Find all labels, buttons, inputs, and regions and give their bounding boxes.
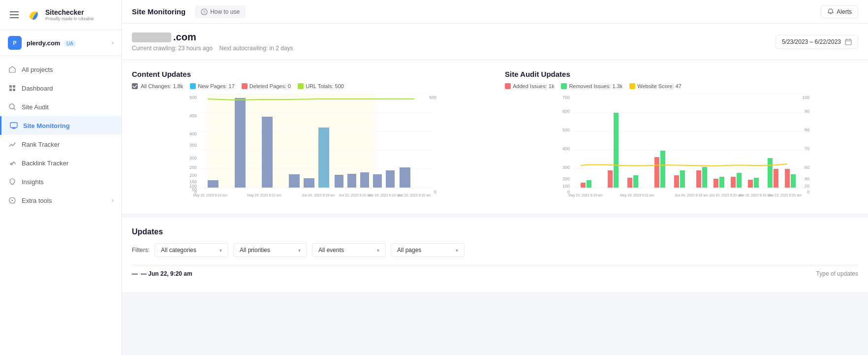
- svg-text:Jun 22, 2023 9:20 am: Jun 22, 2023 9:20 am: [398, 194, 431, 197]
- site-info: .com Current crawling: 23 hours ago Next…: [132, 32, 293, 52]
- svg-text:350: 350: [189, 143, 197, 148]
- sidebar-item-label: Insights: [22, 178, 44, 186]
- site-audit-chart-svg: 700 600 500 400 300 200 100 0 100 90 80 …: [505, 94, 858, 202]
- site-audit-updates-chart: Site Audit Updates Added Issues: 1k Remo…: [505, 70, 858, 204]
- legend-label: Added Issues: 1k: [513, 83, 554, 89]
- sidebar-item-rank-tracker[interactable]: Rank Tracker: [0, 135, 122, 154]
- filters-label: Filters:: [132, 247, 150, 254]
- svg-text:500: 500: [429, 95, 436, 100]
- charts-section: Content Updates All Changes: 1.8k New Pa…: [122, 60, 868, 214]
- svg-rect-77: [627, 178, 632, 188]
- legend-label: All Changes: 1.8k: [141, 83, 183, 89]
- svg-rect-78: [633, 175, 638, 188]
- svg-rect-80: [660, 151, 665, 188]
- sidebar-nav: All projects Dashboard Site Audit Site M…: [0, 56, 122, 355]
- svg-text:Jun 10, 2023 9:20 am: Jun 10, 2023 9:20 am: [339, 194, 372, 197]
- svg-rect-39: [335, 175, 343, 188]
- legend-website-score: Website Score: 47: [629, 83, 682, 89]
- date-range-value: 5/23/2023 – 6/22/2023: [782, 38, 841, 45]
- chevron-down-icon: ▾: [219, 248, 222, 253]
- content-updates-chart: Content Updates All Changes: 1.8k New Pa…: [132, 70, 485, 204]
- svg-rect-74: [587, 180, 591, 188]
- svg-rect-84: [702, 167, 707, 188]
- svg-rect-2: [9, 89, 12, 91]
- content-updates-title: Content Updates: [132, 70, 485, 78]
- site-domain: .com: [132, 32, 293, 43]
- svg-text:70: 70: [805, 146, 809, 151]
- chevron-down-icon: ▾: [456, 248, 458, 253]
- svg-text:Jun 04, 2023 9:19 am: Jun 04, 2023 9:19 am: [675, 194, 708, 197]
- sidebar-item-all-projects[interactable]: All projects: [0, 60, 122, 79]
- updates-date: — — Jun 22, 9:20 am: [132, 270, 192, 277]
- sidebar-item-backlink-tracker[interactable]: Backlink Tracker: [0, 154, 122, 172]
- crawl-current: Current crawling: 23 hours ago: [132, 45, 213, 52]
- categories-filter[interactable]: All categories ▾: [155, 243, 228, 257]
- sidebar-item-label: Dashboard: [22, 85, 53, 92]
- sidebar-item-label: Rank Tracker: [22, 141, 60, 148]
- hamburger-menu[interactable]: [8, 9, 21, 20]
- project-name: plerdy.com: [27, 39, 60, 47]
- legend-label: Deleted Pages: 0: [249, 83, 291, 89]
- sidebar-item-site-audit[interactable]: Site Audit: [0, 97, 122, 116]
- crawl-next: Next autocrawling: in 2 days: [219, 45, 293, 52]
- legend-color: [561, 83, 567, 89]
- legend-deleted-pages: Deleted Pages: 0: [242, 83, 291, 89]
- sidebar-item-site-monitoring[interactable]: Site Monitoring: [0, 116, 122, 135]
- audit-icon: [8, 102, 17, 111]
- svg-rect-40: [347, 174, 356, 188]
- svg-rect-76: [614, 113, 619, 188]
- categories-value: All categories: [161, 247, 196, 254]
- svg-text:100: 100: [562, 184, 570, 189]
- scrollable-content: .com Current crawling: 23 hours ago Next…: [122, 24, 868, 355]
- date-range-picker[interactable]: 5/23/2023 – 6/22/2023: [775, 35, 858, 49]
- chevron-down-icon: ▾: [298, 248, 301, 253]
- sidebar-item-label: Site Monitoring: [23, 122, 70, 129]
- pages-filter[interactable]: All pages ▾: [391, 243, 465, 257]
- events-filter[interactable]: All events ▾: [312, 243, 386, 257]
- site-header: .com Current crawling: 23 hours ago Next…: [122, 24, 868, 60]
- legend-added-issues: Added Issues: 1k: [505, 83, 554, 89]
- logo-icon: [26, 7, 41, 23]
- updates-date-row: — — Jun 22, 9:20 am Type of updates: [132, 265, 858, 282]
- how-to-use-button[interactable]: ? How to use: [195, 6, 245, 18]
- project-selector[interactable]: P plerdy.com UA ›: [0, 30, 122, 56]
- sidebar-item-insights[interactable]: Insights: [0, 172, 122, 191]
- logo-name: Sitechecker: [45, 8, 94, 16]
- project-icon: P: [8, 36, 22, 50]
- svg-text:Jun 16, 2023 9:19 am: Jun 16, 2023 9:19 am: [739, 194, 772, 197]
- svg-text:200: 200: [562, 176, 570, 181]
- info-icon: ?: [201, 8, 208, 15]
- svg-rect-35: [262, 117, 273, 188]
- svg-text:60: 60: [805, 165, 809, 170]
- svg-text:Jun 10, 2023 9:20 am: Jun 10, 2023 9:20 am: [709, 194, 743, 197]
- svg-text:Jun 04, 2023 9:19 am: Jun 04, 2023 9:19 am: [302, 194, 335, 197]
- chevron-right-icon: ›: [112, 39, 114, 46]
- home-icon: [8, 65, 17, 74]
- site-audit-title: Site Audit Updates: [505, 70, 858, 78]
- svg-rect-42: [373, 174, 382, 188]
- filters-row: Filters: All categories ▾ All priorities…: [132, 243, 858, 257]
- svg-rect-44: [400, 167, 410, 188]
- legend-label: New Pages: 17: [198, 83, 235, 89]
- legend-color: [190, 83, 196, 89]
- project-badge: UA: [64, 40, 76, 47]
- alerts-label: Alerts: [837, 8, 852, 15]
- alerts-button[interactable]: Alerts: [821, 5, 858, 18]
- svg-text:May 23, 2023 9:19 am: May 23, 2023 9:19 am: [193, 194, 227, 197]
- sidebar-item-dashboard[interactable]: Dashboard: [0, 79, 122, 97]
- grid-icon: [8, 84, 17, 93]
- svg-point-8: [12, 200, 13, 201]
- svg-rect-41: [360, 172, 369, 188]
- sidebar-item-label: Site Audit: [22, 103, 49, 111]
- svg-rect-88: [737, 173, 742, 188]
- how-to-use-label: How to use: [210, 8, 240, 15]
- svg-rect-33: [208, 180, 218, 188]
- sidebar-item-extra-tools[interactable]: Extra tools ›: [0, 191, 122, 210]
- svg-text:500: 500: [189, 95, 197, 100]
- updates-section: Updates Filters: All categories ▾ All pr…: [122, 218, 868, 292]
- priorities-filter[interactable]: All priorities ▾: [233, 243, 307, 257]
- insights-icon: [8, 177, 17, 186]
- legend-label: Removed Issues: 1.3k: [569, 83, 622, 89]
- page-title: Site Monitoring: [132, 7, 186, 16]
- type-of-updates-label: Type of updates: [816, 270, 858, 277]
